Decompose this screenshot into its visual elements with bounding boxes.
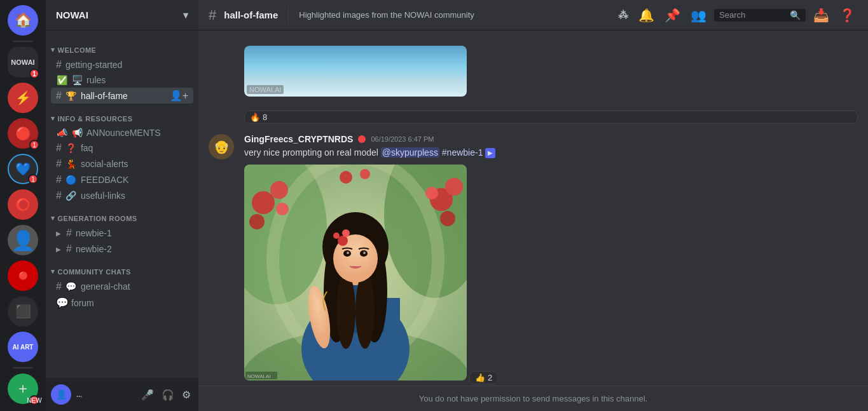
server-nowai-icon[interactable]: NOWAI 1 — [8, 47, 38, 77]
channel-announcements[interactable]: 📣 📢 ANNounceMENTS — [51, 126, 193, 140]
channel-social-alerts[interactable]: # 💃 social-alerts — [51, 156, 193, 172]
channel-rules[interactable]: ✅ 🖥️ rules — [51, 73, 193, 87]
main-content: # hall-of-fame Highlighted images from t… — [198, 0, 868, 411]
hash-icon: # — [56, 142, 62, 154]
discord-logo-icon: 🏠 — [15, 12, 32, 29]
channel-hall-of-fame[interactable]: # 🏆 hall-of-fame 👤+ — [51, 88, 193, 104]
channel-feedback[interactable]: # 🔵 FEEDBACK — [51, 172, 193, 187]
messages-area: NOWAI.AI 🔥 8 👴 GingFreecs_CRYPTNRDS 06/1… — [198, 30, 868, 386]
announcements-emoji-icon: 📢 — [71, 128, 83, 138]
user-area: 👤 ... 🎤 🎧 ⚙ — [46, 378, 198, 411]
svg-point-8 — [276, 203, 289, 215]
faq-icon: ❓ — [65, 143, 77, 153]
category-info-resources[interactable]: ▾ INFO & RESOURCES — [46, 104, 198, 125]
svg-point-28 — [347, 252, 349, 254]
user-settings-button[interactable]: ⚙ — [179, 386, 193, 403]
server-dark-icon: ⬛ — [15, 304, 31, 319]
server-icon-circle[interactable]: ⭕ — [8, 189, 38, 220]
server-new-badge: NEW — [29, 395, 39, 405]
server-icon-dark[interactable]: ⬛ — [8, 296, 38, 327]
channel-name: forum — [71, 298, 94, 308]
channel-newbie-2[interactable]: ▶ # newbie-2 — [51, 241, 193, 257]
social-icon: 💃 — [65, 159, 77, 169]
channel-list: ▾ WELCOME # getting-started ✅ 🖥️ rules #… — [46, 30, 198, 378]
message-image-container-2: NOWAI.AI — [244, 165, 467, 381]
message-timestamp: 06/19/2023 6:47 PM — [371, 135, 434, 143]
msg-link-icon[interactable]: ▶ — [485, 148, 495, 158]
add-member-icon[interactable]: 👤+ — [170, 90, 188, 102]
chat-icon: 💬 — [65, 281, 77, 292]
server-name: NOWAI — [56, 10, 88, 20]
server-notification-badge: 1 — [29, 69, 39, 79]
category-generation-rooms[interactable]: ▾ GENERATION ROOMS — [46, 204, 198, 225]
channel-name: social-alerts — [81, 159, 128, 169]
server-blue-icon: 💙 — [15, 161, 31, 177]
channel-name: getting-started — [65, 60, 123, 70]
hash-icon: # — [56, 59, 62, 71]
message-continued: NOWAI.AI 🔥 8 — [244, 41, 858, 124]
inbox-icon[interactable]: 📥 — [811, 5, 832, 25]
member-list-icon[interactable]: 👥 — [688, 5, 709, 25]
table-row: 👴 GingFreecs_CRYPTNRDS 06/19/2023 6:47 P… — [209, 134, 858, 384]
reaction-thumbsup[interactable]: 👍 2 — [469, 371, 498, 384]
threads-icon[interactable]: ⁂ — [616, 6, 631, 24]
author-avatar: 👴 — [209, 134, 234, 159]
server-sidebar: 🏠 NOWAI 1 ⚡ 🔴 1 💙 1 ⭕ 👤 🔴 ⬛ AI ART + NEW — [0, 0, 46, 411]
channel-name: FEEDBACK — [81, 175, 128, 185]
mention-skypurpless[interactable]: @skypurpless — [381, 147, 439, 158]
server-icon-new[interactable]: + NEW — [8, 374, 38, 404]
hash-icon: # — [56, 174, 62, 185]
channel-useful-links[interactable]: # 🔗 useful-links — [51, 188, 193, 203]
svg-point-29 — [363, 252, 366, 254]
help-icon[interactable]: ❓ — [837, 5, 858, 25]
megaphone-icon: 📣 — [56, 128, 67, 138]
svg-point-11 — [440, 211, 455, 226]
search-input[interactable] — [719, 10, 786, 20]
channel-hash-icon: # — [209, 7, 216, 24]
channel-link-newbie1[interactable]: #newbie-1 — [442, 147, 483, 158]
server-circle-icon: ⭕ — [15, 197, 31, 212]
channel-newbie-1[interactable]: ▶ # newbie-1 — [51, 226, 193, 241]
user-controls: 🎤 🎧 ⚙ — [139, 386, 193, 403]
server-header[interactable]: NOWAI ▾ — [46, 0, 198, 30]
deafen-button[interactable]: 🎧 — [159, 386, 177, 403]
mute-channel-icon[interactable]: 🔔 — [636, 5, 657, 25]
channel-getting-started[interactable]: # getting-started — [51, 57, 193, 72]
hash-icon: # — [66, 227, 72, 239]
fire-emoji: 🔥 — [250, 112, 260, 122]
message-image-container-1: NOWAI.AI — [244, 46, 858, 97]
channel-name: newbie-2 — [76, 244, 112, 254]
server-icon-blue[interactable]: 💙 1 — [8, 154, 38, 184]
server-red1-icon: ⚡ — [15, 90, 31, 105]
message-author: GingFreecs_CRYPTNRDS — [244, 134, 353, 144]
search-bar[interactable]: 🔍 — [714, 9, 806, 22]
message-image-svg: NOWAI.AI — [244, 165, 467, 381]
message-header: GingFreecs_CRYPTNRDS 06/19/2023 6:47 PM — [244, 134, 858, 144]
server-icon-avatar[interactable]: 👤 — [8, 225, 38, 255]
message-text: very nice prompting on real model @skypu… — [244, 147, 858, 159]
hash-icon: # — [56, 90, 62, 102]
channel-forum[interactable]: 💬 forum — [51, 295, 193, 311]
category-welcome[interactable]: ▾ WELCOME — [46, 36, 198, 57]
server-icon-red1[interactable]: ⚡ — [8, 83, 38, 113]
sky-image: NOWAI.AI — [244, 46, 467, 97]
username: ... — [76, 391, 134, 398]
pin-icon[interactable]: 📌 — [662, 5, 683, 25]
server-blue-badge: 1 — [28, 174, 38, 184]
server-icon-red2[interactable]: 🔴 1 — [8, 118, 38, 149]
discord-home-button[interactable]: 🏠 — [8, 5, 38, 36]
reaction-fire[interactable]: 🔥 8 — [244, 111, 858, 124]
svg-point-31 — [333, 232, 340, 239]
svg-point-24 — [355, 273, 375, 349]
mute-mic-button[interactable]: 🎤 — [139, 386, 156, 403]
channel-faq[interactable]: # ❓ faq — [51, 140, 193, 156]
category-community-chats[interactable]: ▾ COMMUNITY CHATS — [46, 257, 198, 278]
server-icon-red3[interactable]: 🔴 — [8, 260, 38, 291]
server-icon-ai-art[interactable]: AI ART — [8, 332, 38, 362]
server-divider — [13, 41, 33, 42]
channel-name: rules — [86, 75, 106, 85]
svg-point-23 — [336, 273, 355, 349]
svg-point-32 — [342, 229, 350, 237]
channel-general-chat[interactable]: # 💬 general-chat — [51, 279, 193, 294]
hash-icon: # — [56, 190, 62, 201]
